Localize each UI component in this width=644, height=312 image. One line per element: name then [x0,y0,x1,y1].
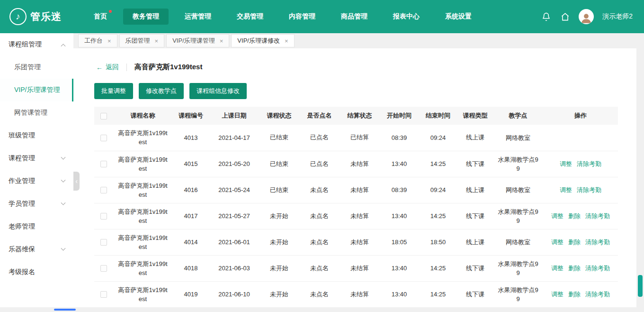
sidebar-item-class-mgmt[interactable]: 班级管理 [0,124,73,147]
cell-actions: 调整清除考勤 [543,177,618,203]
edit-course-group-info-button[interactable]: 课程组信息修改 [189,83,247,99]
horizontal-scrollbar-thumb[interactable] [54,309,76,311]
row-checkbox[interactable] [100,291,107,298]
sidebar-item-course-mgmt[interactable]: 课程管理 [0,147,73,170]
home-icon[interactable] [560,11,570,22]
nav-item-home[interactable]: 首页 [84,9,116,25]
nav-item-transactions[interactable]: 交易管理 [227,9,273,25]
row-checkbox[interactable] [100,187,107,193]
course-table: 课程名称 课程编号 上课日期 课程状态 是否点名 结算状态 开始时间 结束时间 … [94,107,618,307]
col-course-name: 课程名称 [113,107,172,125]
cell-type: 线下课 [457,255,493,281]
action-adjust-link[interactable]: 调整 [551,265,564,272]
action-delete-link[interactable]: 删除 [568,265,581,272]
action-delete-link[interactable]: 删除 [568,212,581,220]
select-all-checkbox[interactable] [100,113,107,119]
edit-teaching-point-button[interactable]: 修改教学点 [139,83,184,99]
horizontal-scrollbar-track[interactable] [0,307,636,312]
action-delete-link[interactable]: 删除 [568,239,581,246]
table-row: 高音萨克斯1v199test40172021-05-27未开始未点名未结算13:… [94,203,618,229]
avatar[interactable] [579,9,594,24]
action-clear-attendance-link[interactable]: 清除考勤 [585,265,610,272]
nav-item-reports[interactable]: 报表中心 [384,9,429,25]
action-adjust-link[interactable]: 调整 [560,160,572,167]
cell-location: 水果湖教学点99 [493,255,543,281]
action-adjust-link[interactable]: 调整 [551,291,564,298]
sidebar-item-student-mgmt[interactable]: 学员管理 [0,193,73,215]
cell-type: 线上课 [457,125,493,151]
sidebar-label: 网管课管理 [14,109,47,117]
action-adjust-link[interactable]: 调整 [560,186,572,193]
cell-code: 4017 [172,203,209,229]
close-icon[interactable]: × [220,38,224,44]
cell-date: 2021-06-10 [209,281,259,307]
nav-label: 商品管理 [341,12,367,20]
action-clear-attendance-link[interactable]: 清除考勤 [577,160,601,167]
close-icon[interactable]: × [107,38,111,44]
row-checkbox[interactable] [100,135,107,141]
nav-item-content[interactable]: 内容管理 [279,9,325,25]
row-checkbox-cell [94,151,113,177]
tab-workbench[interactable]: 工作台× [78,34,117,47]
tab-vip-theory-edit[interactable]: VIP/乐理课修改× [231,34,294,47]
tab-bar: 工作台× 乐团管理× VIP/乐理课管理× VIP/乐理课修改× [73,33,644,48]
cell-settle: 未结算 [340,229,380,255]
nav-item-operations[interactable]: 运营管理 [175,9,221,25]
row-checkbox[interactable] [100,213,107,220]
action-adjust-link[interactable]: 调整 [551,239,564,246]
header-checkbox-cell [94,107,113,125]
cell-status: 已结束 [259,151,299,177]
action-clear-attendance-link[interactable]: 清除考勤 [585,212,610,220]
tab-vip-theory-mgmt[interactable]: VIP/乐理课管理× [166,34,229,47]
sidebar-item-vip-theory-mgmt[interactable]: VIP/乐理课管理 [0,79,73,101]
nav-label: 运营管理 [185,12,211,20]
action-clear-attendance-link[interactable]: 清除考勤 [585,239,610,246]
cell-name: 高音萨克斯1v199test [113,229,172,255]
cell-location: 水果湖教学点99 [493,281,543,307]
brand-logo[interactable]: ♪ 管乐迷 [0,8,84,25]
sidebar-item-orchestra-mgmt[interactable]: 乐团管理 [0,56,73,79]
row-checkbox[interactable] [100,265,107,272]
cell-rollcall: 已点名 [299,125,340,151]
sidebar-item-teacher-mgmt[interactable]: 老师管理 [0,215,73,238]
cell-status: 已结束 [259,125,299,151]
row-checkbox[interactable] [100,239,107,246]
tab-orchestra-mgmt[interactable]: 乐团管理× [119,34,165,47]
cell-name: 高音萨克斯1v199test [113,203,172,229]
sidebar-item-instrument-maintenance[interactable]: 乐器维保 [0,238,73,261]
col-actions: 操作 [543,107,618,125]
cell-start: 13:40 [380,255,419,281]
cell-actions: 调整删除清除考勤 [543,255,618,281]
sidebar-item-online-course-mgmt[interactable]: 网管课管理 [0,101,73,124]
row-checkbox[interactable] [100,161,107,167]
cell-type: 线下课 [457,203,493,229]
sidebar-label: 作业管理 [9,177,35,185]
sidebar-label: 考级报名 [9,268,35,276]
sidebar-item-course-group-mgmt[interactable]: 课程组管理 [0,33,73,56]
col-teaching-point: 教学点 [493,107,543,125]
close-icon[interactable]: × [285,38,288,44]
sidebar-item-exam-registration[interactable]: 考级报名 [0,261,73,284]
chevron-down-icon [61,200,66,205]
batch-adjust-button[interactable]: 批量调整 [94,83,133,99]
row-checkbox-cell [94,229,113,255]
sidebar-item-homework-mgmt[interactable]: 作业管理 [0,170,73,193]
bell-icon[interactable] [541,11,551,22]
action-adjust-link[interactable]: 调整 [551,212,564,220]
vertical-scrollbar-thumb[interactable] [638,275,643,297]
close-icon[interactable]: × [155,38,159,44]
nav-item-settings[interactable]: 系统设置 [436,9,481,25]
nav-item-academic[interactable]: 教务管理 [123,9,169,25]
action-delete-link[interactable]: 删除 [568,291,581,298]
cell-start: 13:40 [380,281,419,307]
vertical-scrollbar-track[interactable] [636,48,644,307]
sidebar-collapse-handle[interactable]: ‹ [73,172,80,191]
nav-item-products[interactable]: 商品管理 [331,9,377,25]
cell-location: 网络教室 [493,125,543,151]
cell-actions: 调整删除清除考勤 [543,203,618,229]
user-name[interactable]: 演示老师2 [602,12,633,21]
action-clear-attendance-link[interactable]: 清除考勤 [577,186,601,193]
back-button[interactable]: ← 返回 [96,63,119,72]
action-clear-attendance-link[interactable]: 清除考勤 [585,291,610,298]
cell-start: 18:05 [380,229,419,255]
